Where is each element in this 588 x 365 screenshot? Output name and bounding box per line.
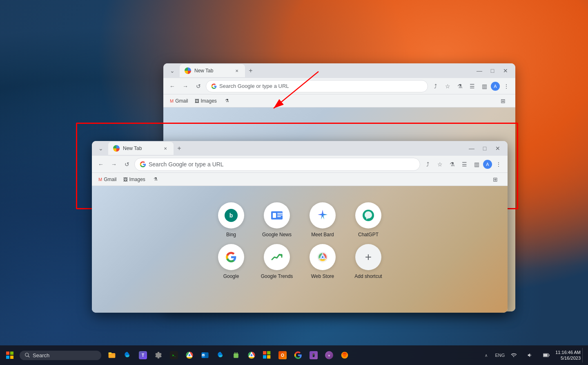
- web-store-logo: [316, 251, 329, 264]
- taskbar-teams[interactable]: T: [136, 348, 150, 363]
- profile-icon-bg[interactable]: A: [491, 82, 500, 91]
- firefox-icon: [341, 351, 349, 359]
- bing-label: Bing: [226, 232, 236, 237]
- google-news-logo: [270, 208, 284, 223]
- forward-btn-bg[interactable]: →: [180, 81, 191, 92]
- vpn-icon: v: [325, 351, 333, 359]
- svg-rect-7: [277, 215, 283, 215]
- tab-close-fg[interactable]: ✕: [162, 145, 169, 152]
- taskbar-right: ∧ ENG 11:16:46 AM 5/16/2023: [479, 348, 588, 363]
- apps-icon-fg[interactable]: ⊞: [490, 174, 501, 185]
- svg-rect-20: [10, 356, 13, 359]
- svg-point-41: [251, 354, 253, 356]
- taskbar-office[interactable]: O: [275, 348, 290, 363]
- taskbar-chrome[interactable]: [182, 348, 197, 363]
- close-btn-fg[interactable]: ✕: [491, 142, 504, 155]
- bookmark-gmail-bg[interactable]: M Gmail: [170, 98, 188, 104]
- taskbar-edge2[interactable]: [213, 348, 228, 363]
- taskbar-firefox[interactable]: [337, 348, 352, 363]
- shortcut-meet-bard[interactable]: Meet Bard: [303, 202, 342, 237]
- add-shortcut-label: Add shortcut: [354, 273, 382, 279]
- google-news-label: Google News: [262, 232, 292, 237]
- tab-search-icon-bg[interactable]: ☰: [466, 81, 478, 92]
- labs-icon-fg[interactable]: ⚗: [446, 159, 458, 170]
- bookmark-gmail-fg[interactable]: M Gmail: [98, 177, 117, 182]
- taskbar-android[interactable]: [229, 348, 243, 363]
- maximize-btn-bg[interactable]: □: [486, 64, 499, 77]
- share-icon-fg[interactable]: ⤴: [422, 159, 433, 170]
- bookmark-icon-bg[interactable]: ☆: [442, 81, 453, 92]
- svg-rect-33: [205, 352, 208, 358]
- tab-title-bg: New Tab: [194, 68, 230, 74]
- omnibox-fg[interactable]: Search Google or type a URL: [134, 158, 420, 171]
- show-hidden-icons[interactable]: ∧: [479, 348, 493, 363]
- taskbar-vpn[interactable]: v: [322, 348, 336, 363]
- svg-rect-50: [543, 354, 548, 356]
- show-desktop-btn[interactable]: [582, 348, 585, 363]
- menu-icon-fg[interactable]: ⋮: [493, 159, 504, 170]
- volume-icon[interactable]: [523, 348, 537, 363]
- taskbar-file-explorer[interactable]: [105, 348, 119, 363]
- minimize-btn-bg[interactable]: —: [473, 64, 486, 77]
- web-store-icon-container: [310, 244, 336, 270]
- taskbar-edge[interactable]: [120, 348, 135, 363]
- forward-btn-fg[interactable]: →: [108, 159, 120, 170]
- shortcut-chatgpt[interactable]: ChatGPT: [349, 202, 388, 237]
- taskbar-terminal[interactable]: >_: [167, 348, 181, 363]
- taskbar-store[interactable]: [260, 348, 274, 363]
- chrome-tab-fg[interactable]: New Tab ✕: [108, 142, 174, 155]
- windows-logo-icon: [6, 352, 13, 359]
- bookmark-labs-bg[interactable]: ⚗: [225, 98, 229, 103]
- taskbar-settings[interactable]: [151, 348, 166, 363]
- tab-search-icon-fg[interactable]: ☰: [459, 159, 470, 170]
- shortcut-google-news[interactable]: Google News: [257, 202, 296, 237]
- shortcut-google-trends[interactable]: Google Trends: [257, 244, 296, 279]
- omnibox-text-bg: Search Google or type a URL: [219, 83, 289, 89]
- chrome-tab-bg[interactable]: New Tab ✕: [180, 64, 245, 77]
- apps-icon-bg[interactable]: ⊞: [497, 95, 509, 107]
- maximize-btn-fg[interactable]: □: [478, 142, 491, 155]
- share-icon-bg[interactable]: ⤴: [430, 81, 441, 92]
- ntp-content-area: b Bing Google News: [92, 186, 508, 313]
- bookmark-images-fg[interactable]: 🖼 Images: [123, 177, 145, 182]
- omnibox-bg[interactable]: Search Google or type a URL: [206, 80, 428, 92]
- network-icon[interactable]: [506, 348, 521, 363]
- sidebar-icon-fg[interactable]: ▥: [471, 159, 482, 170]
- taskbar-google[interactable]: [291, 348, 305, 363]
- close-btn-bg[interactable]: ✕: [499, 64, 512, 77]
- bookmark-icon-fg[interactable]: ☆: [434, 159, 445, 170]
- chrome-titlebar-fg: ⌄ New Tab ✕ + — □ ✕: [92, 141, 508, 156]
- bookmark-images-bg[interactable]: 🖼 Images: [195, 98, 217, 104]
- reload-btn-bg[interactable]: ↺: [193, 81, 204, 92]
- reload-btn-fg[interactable]: ↺: [121, 159, 133, 170]
- bing-icon-container: b: [218, 202, 244, 228]
- taskbar-outlook[interactable]: O: [198, 348, 212, 363]
- system-clock[interactable]: 11:16:46 AM 5/16/2023: [555, 349, 581, 361]
- minimize-btn-fg[interactable]: —: [465, 142, 478, 155]
- bookmark-gmail-label-bg: Gmail: [175, 98, 188, 104]
- back-btn-bg[interactable]: ←: [167, 81, 178, 92]
- tab-dropdown-fg[interactable]: ⌄: [95, 143, 107, 154]
- chrome-window-foreground: ⌄ New Tab ✕ + — □ ✕ ← → ↺ Search Google …: [92, 141, 508, 313]
- profile-icon-fg[interactable]: A: [483, 160, 492, 169]
- labs-icon-bg[interactable]: ⚗: [454, 81, 466, 92]
- back-btn-fg[interactable]: ←: [95, 159, 107, 170]
- taskbar-phone-link[interactable]: 📱: [306, 348, 321, 363]
- taskbar-search[interactable]: Search: [20, 351, 101, 360]
- sidebar-icon-bg[interactable]: ▥: [479, 81, 490, 92]
- taskbar-chrome2[interactable]: [244, 348, 259, 363]
- shortcut-add[interactable]: + Add shortcut: [349, 244, 388, 279]
- shortcut-web-store[interactable]: Web Store: [303, 244, 342, 279]
- tab-close-bg[interactable]: ✕: [234, 67, 240, 74]
- start-button[interactable]: [2, 347, 18, 363]
- shortcut-bing[interactable]: b Bing: [212, 202, 251, 237]
- clock-date: 5/16/2023: [555, 355, 581, 361]
- bookmark-labs-fg[interactable]: ⚗: [154, 177, 158, 182]
- google-taskbar-icon: [294, 351, 302, 359]
- new-tab-btn-bg[interactable]: +: [245, 65, 256, 76]
- new-tab-btn-fg[interactable]: +: [174, 143, 185, 154]
- shortcut-google[interactable]: Google: [212, 244, 251, 279]
- menu-icon-bg[interactable]: ⋮: [501, 81, 512, 92]
- battery-icon[interactable]: [539, 348, 554, 363]
- tab-dropdown-bg[interactable]: ⌄: [167, 65, 178, 76]
